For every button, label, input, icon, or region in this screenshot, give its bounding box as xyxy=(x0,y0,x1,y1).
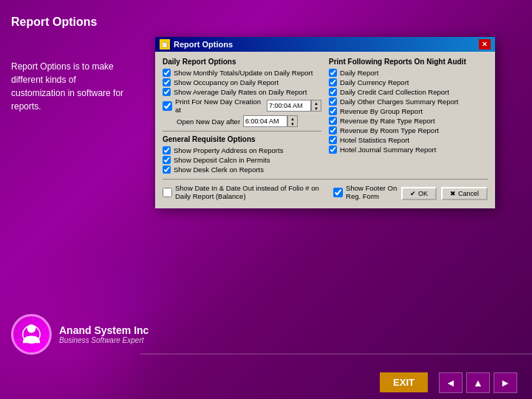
dialog-titlebar-left: 📋 Report Options xyxy=(160,39,233,50)
cb-daily-credit: Daily Credit Card Collection Report xyxy=(329,88,488,96)
cb-show-avg-rates-input[interactable] xyxy=(163,88,171,96)
divider-footer xyxy=(163,179,488,180)
cb-revenue-rate-label: Revenue By Rate Type Report xyxy=(340,117,435,125)
cb-deposit-calcn-label: Show Deposit Calcn in Permits xyxy=(174,156,270,164)
cb-show-occupancy-label: Show Occupancy on Daily Report xyxy=(174,78,279,86)
time-input-group-1: ▲ ▼ xyxy=(267,100,321,112)
cb-hotel-journal: Hotel Journal Summary Report xyxy=(329,146,488,154)
dialog-footer: Show Date In & Date Out instead of Folio… xyxy=(163,184,488,202)
cb-revenue-group-input[interactable] xyxy=(329,107,337,115)
cb-hotel-stats-label: Hotel Statistics Report xyxy=(340,136,409,144)
cb-hotel-journal-input[interactable] xyxy=(329,146,337,154)
divider-1 xyxy=(163,131,321,132)
spin-up-1[interactable]: ▲ xyxy=(312,100,321,106)
time-input-group-2: ▲ ▼ xyxy=(243,115,298,127)
cb-show-footer: Show Footer On Reg. Form xyxy=(333,184,401,200)
daily-report-header: Daily Report Options xyxy=(163,58,321,66)
cb-daily-report-label: Daily Report xyxy=(340,69,378,77)
deco-line xyxy=(140,353,532,355)
cb-show-avg-rates: Show Average Daily Rates on Daily Report xyxy=(163,88,321,96)
open-new-day-label: Open New Day after xyxy=(177,117,240,126)
cb-daily-report-input[interactable] xyxy=(329,69,337,77)
cb-show-date-input[interactable] xyxy=(163,188,172,197)
prev-button[interactable]: ◄ xyxy=(439,372,463,393)
dialog-close-button[interactable]: ✕ xyxy=(479,39,491,50)
up-button[interactable]: ▲ xyxy=(466,372,490,393)
cb-property-address-input[interactable] xyxy=(163,146,171,154)
cb-deposit-calcn: Show Deposit Calcn in Permits xyxy=(163,156,321,164)
cb-daily-credit-input[interactable] xyxy=(329,88,337,96)
ok-icon: ✔ xyxy=(410,190,416,197)
dialog-icon: 📋 xyxy=(160,39,170,50)
cb-desk-clerk: Show Desk Clerk on Reports xyxy=(163,166,321,174)
left-column: Daily Report Options Show Monthly Totals… xyxy=(163,58,321,175)
company-info: Anand System Inc Business Software Exper… xyxy=(59,324,149,344)
cb-daily-other-label: Daily Other Charges Summary Report xyxy=(340,98,459,106)
cb-show-avg-rates-label: Show Average Daily Rates on Daily Report xyxy=(174,88,307,96)
spin-up-2[interactable]: ▲ xyxy=(288,116,297,121)
cb-show-date-label: Show Date In & Date Out instead of Folio… xyxy=(175,184,320,200)
cancel-button[interactable]: ✖ Cancel xyxy=(441,187,488,200)
dialog-title: Report Options xyxy=(174,40,233,49)
cb-revenue-room-input[interactable] xyxy=(329,126,337,134)
open-new-day-row: Open New Day after ▲ ▼ xyxy=(163,115,321,127)
ok-label: OK xyxy=(418,190,428,197)
cb-daily-currency: Daily Currency Report xyxy=(329,78,488,86)
cb-revenue-group-label: Revenue By Group Report xyxy=(340,107,423,115)
print-new-day-row: Print For New Day Creation at ▲ ▼ xyxy=(163,98,321,114)
sidebar-description: Report Options is to make different kind… xyxy=(11,60,129,113)
cb-show-occupancy: Show Occupancy on Daily Report xyxy=(163,78,321,86)
cb-show-monthly: Show Monthly Totals/Update on Daily Repo… xyxy=(163,69,321,77)
cb-hotel-stats-input[interactable] xyxy=(329,136,337,144)
report-options-dialog: 📋 Report Options ✕ Daily Report Options … xyxy=(155,37,495,208)
cb-show-date: Show Date In & Date Out instead of Folio… xyxy=(163,184,320,200)
time-input-1[interactable] xyxy=(267,100,311,112)
night-audit-header: Print Following Reports On Night Audit xyxy=(329,58,488,66)
cb-show-monthly-label: Show Monthly Totals/Update on Daily Repo… xyxy=(174,69,313,77)
cb-revenue-group: Revenue By Group Report xyxy=(329,107,488,115)
print-new-day-label: Print For New Day Creation at xyxy=(175,98,264,114)
exit-button[interactable]: EXIT xyxy=(380,372,428,392)
cb-show-footer-input[interactable] xyxy=(333,188,343,197)
cancel-label: Cancel xyxy=(458,190,479,197)
next-button[interactable]: ► xyxy=(494,372,517,393)
cb-show-monthly-input[interactable] xyxy=(163,69,171,77)
cb-revenue-rate-input[interactable] xyxy=(329,117,337,125)
cb-desk-clerk-label: Show Desk Clerk on Reports xyxy=(174,166,264,174)
cb-deposit-calcn-input[interactable] xyxy=(163,156,171,164)
right-column: Print Following Reports On Night Audit D… xyxy=(329,58,488,175)
cb-daily-currency-input[interactable] xyxy=(329,78,337,86)
cb-desk-clerk-input[interactable] xyxy=(163,166,171,174)
general-requisite-header: General Requisite Options xyxy=(163,135,321,143)
cb-daily-report: Daily Report xyxy=(329,69,488,77)
cb-property-address: Show Property Address on Reports xyxy=(163,146,321,154)
company-area: Anand System Inc Business Software Exper… xyxy=(11,314,149,355)
dialog-titlebar: 📋 Report Options ✕ xyxy=(155,37,495,52)
time-input-2[interactable] xyxy=(243,115,287,127)
cb-revenue-room-label: Revenue By Room Type Report xyxy=(340,126,439,134)
cb-revenue-room: Revenue By Room Type Report xyxy=(329,126,488,134)
company-subtitle: Business Software Expert xyxy=(59,336,149,344)
cb-show-occupancy-input[interactable] xyxy=(163,78,171,86)
dialog-footer-left: Show Date In & Date Out instead of Folio… xyxy=(163,184,401,202)
cb-daily-other: Daily Other Charges Summary Report xyxy=(329,98,488,106)
dialog-body: Daily Report Options Show Monthly Totals… xyxy=(155,52,495,208)
cancel-icon: ✖ xyxy=(450,190,456,197)
cb-show-footer-label: Show Footer On Reg. Form xyxy=(346,184,401,200)
spin-down-1[interactable]: ▼ xyxy=(312,106,321,111)
sidebar-title: Report Options xyxy=(11,15,129,30)
ok-button[interactable]: ✔ OK xyxy=(401,187,437,200)
cb-hotel-stats: Hotel Statistics Report xyxy=(329,136,488,144)
dialog-footer-buttons: ✔ OK ✖ Cancel xyxy=(401,187,488,200)
cb-print-new-day-input[interactable] xyxy=(163,101,172,111)
spin-down-2[interactable]: ▼ xyxy=(288,121,297,126)
company-logo xyxy=(11,314,52,355)
bottom-nav: EXIT ◄ ▲ ► xyxy=(140,366,532,399)
cb-daily-other-input[interactable] xyxy=(329,98,337,106)
cb-daily-credit-label: Daily Credit Card Collection Report xyxy=(340,88,449,96)
cb-hotel-journal-label: Hotel Journal Summary Report xyxy=(340,146,436,154)
spin-btn-2: ▲ ▼ xyxy=(287,115,298,127)
spin-btn-1: ▲ ▼ xyxy=(311,100,321,112)
dialog-columns: Daily Report Options Show Monthly Totals… xyxy=(163,58,488,175)
company-name: Anand System Inc xyxy=(59,324,149,336)
